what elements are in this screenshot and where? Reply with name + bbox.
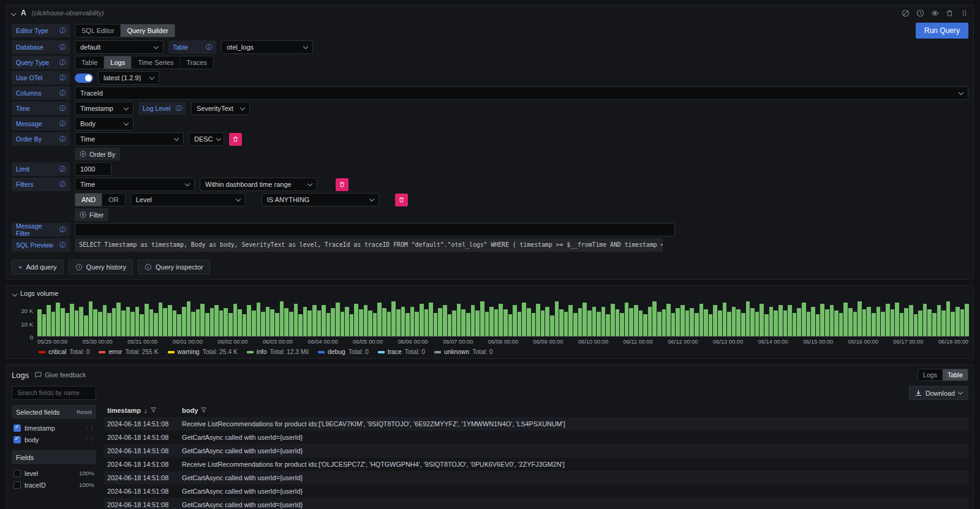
give-feedback-link[interactable]: Give feedback bbox=[35, 371, 86, 379]
volume-bar bbox=[648, 307, 652, 336]
legend-item-warning[interactable]: warningTotal: 25.4 K bbox=[168, 349, 238, 355]
legend-swatch bbox=[39, 351, 45, 353]
order-by-direction-select[interactable]: DESC bbox=[189, 132, 224, 146]
download-button[interactable]: Download bbox=[909, 386, 968, 400]
volume-bar bbox=[434, 313, 438, 336]
bool-option-or[interactable]: OR bbox=[102, 194, 125, 206]
message-filter-input[interactable] bbox=[75, 223, 675, 236]
legend-item-critical[interactable]: criticalTotal: 0 bbox=[39, 349, 89, 355]
editor-type-option-query-builder[interactable]: Query Builder bbox=[120, 25, 174, 37]
log-table-row[interactable]: 2024-06-18 14:51:08Receive ListRecommend… bbox=[104, 417, 968, 431]
filter1-field-select[interactable]: Time bbox=[75, 178, 195, 191]
log-table-row[interactable]: 2024-06-18 14:51:08Receive ListRecommend… bbox=[104, 458, 968, 471]
remove-filter2-button[interactable] bbox=[395, 194, 408, 206]
log-table-row[interactable]: 2024-06-18 14:51:08GetCartAsync called w… bbox=[104, 431, 968, 444]
logs-view-option-logs[interactable]: Logs bbox=[918, 369, 942, 380]
checkbox-checked[interactable] bbox=[13, 424, 21, 432]
volume-bar bbox=[732, 307, 736, 336]
history-icon bbox=[75, 263, 83, 271]
editor-type-option-sql-editor[interactable]: SQL Editor bbox=[75, 25, 120, 37]
volume-bar bbox=[326, 313, 331, 336]
volume-bar bbox=[807, 312, 811, 336]
filter-icon[interactable] bbox=[201, 407, 206, 413]
message-label: Messageⓘ bbox=[12, 117, 70, 130]
use-otel-toggle[interactable] bbox=[75, 74, 93, 83]
add-filter-button[interactable]: Filter bbox=[75, 208, 108, 221]
legend-item-error[interactable]: errorTotal: 255 K bbox=[99, 349, 158, 355]
volume-bar bbox=[592, 307, 597, 336]
add-order-by-button[interactable]: Order By bbox=[75, 148, 120, 160]
query-history-icon[interactable] bbox=[916, 9, 924, 17]
log-table-row[interactable]: 2024-06-18 14:51:08GetCartAsync called w… bbox=[104, 444, 968, 458]
bool-option-and[interactable]: AND bbox=[75, 194, 102, 206]
log-table-row[interactable]: 2024-06-18 14:51:08GetCartAsync called w… bbox=[104, 498, 968, 509]
columns-multiselect[interactable]: TraceId bbox=[75, 86, 968, 100]
x-axis: 05/29 00:0005/30 00:0005/31 00:0006/01 0… bbox=[12, 337, 968, 346]
log-level-column-select[interactable]: SeverityText bbox=[191, 102, 250, 115]
log-table-row[interactable]: 2024-06-18 14:51:08GetCartAsync called w… bbox=[104, 484, 968, 498]
remove-order-by-button[interactable] bbox=[229, 133, 242, 146]
query-history-button[interactable]: Query history bbox=[69, 260, 133, 274]
message-column-select[interactable]: Body bbox=[75, 117, 134, 130]
disable-query-icon[interactable] bbox=[902, 9, 910, 17]
volume-bar bbox=[522, 303, 526, 336]
delete-query-icon[interactable] bbox=[946, 9, 954, 17]
limit-input[interactable] bbox=[75, 162, 111, 176]
volume-bar bbox=[107, 313, 111, 336]
x-tick-label: 06/01 00:00 bbox=[173, 339, 203, 345]
selected-field-body[interactable]: body⋮⋮ bbox=[12, 434, 96, 445]
query-type-option-time-series[interactable]: Time Series bbox=[131, 56, 179, 69]
legend-item-trace[interactable]: traceTotal: 0 bbox=[378, 349, 425, 355]
volume-bar bbox=[793, 313, 797, 336]
add-query-button[interactable]: + Add query bbox=[12, 260, 64, 274]
log-table: Download timestamp ↓ body 2024-06-1 bbox=[104, 386, 968, 509]
collapse-query-icon[interactable] bbox=[12, 9, 15, 17]
collapse-logs-volume-icon[interactable] bbox=[13, 290, 17, 297]
available-field-level[interactable]: level100% bbox=[12, 467, 96, 479]
checkbox-checked[interactable] bbox=[13, 436, 21, 443]
time-column-select[interactable]: Timestamp bbox=[75, 102, 134, 115]
filter-icon[interactable] bbox=[151, 407, 156, 413]
run-query-button[interactable]: Run Query bbox=[916, 23, 968, 39]
reset-fields-button[interactable]: Reset bbox=[77, 409, 92, 415]
volume-bar bbox=[266, 307, 270, 336]
legend-item-unknown[interactable]: unknownTotal: 0 bbox=[434, 349, 492, 355]
filter2-operator-select[interactable]: IS ANYTHING bbox=[262, 193, 379, 206]
drag-handle-icon[interactable] bbox=[960, 9, 968, 17]
otel-version-select[interactable]: latest (1.2.9) bbox=[98, 71, 159, 85]
query-type-option-table[interactable]: Table bbox=[75, 56, 104, 69]
body-column-header[interactable]: body bbox=[182, 407, 968, 414]
volume-bar bbox=[289, 312, 293, 336]
log-body-cell: Receive ListRecommendations for product … bbox=[182, 420, 968, 428]
volume-bar bbox=[709, 314, 713, 336]
filter2-field-select[interactable]: Level bbox=[130, 193, 246, 206]
query-inspector-button[interactable]: Query inspector bbox=[138, 260, 210, 274]
legend-item-info[interactable]: infoTotal: 12.3 Mil bbox=[247, 349, 309, 355]
drag-handle-icon[interactable]: ⋮⋮ bbox=[84, 437, 94, 442]
legend-item-debug[interactable]: debugTotal: 0 bbox=[318, 349, 369, 355]
drag-handle-icon[interactable]: ⋮⋮ bbox=[84, 425, 94, 431]
selected-field-timestamp[interactable]: timestamp⋮⋮ bbox=[12, 422, 96, 434]
search-fields-input[interactable] bbox=[12, 386, 96, 400]
legend-swatch bbox=[378, 351, 385, 353]
available-field-traceID[interactable]: traceID100% bbox=[12, 479, 96, 491]
query-type-label: Query Typeⓘ bbox=[12, 56, 70, 69]
log-table-row[interactable]: 2024-06-18 14:51:08GetCartAsync called w… bbox=[104, 471, 968, 484]
checkbox-unchecked[interactable] bbox=[13, 470, 21, 477]
query-type-option-logs[interactable]: Logs bbox=[104, 56, 131, 69]
sql-preview-label: SQL Previewⓘ bbox=[12, 238, 70, 252]
checkbox-unchecked[interactable] bbox=[13, 481, 21, 489]
remove-filter1-button[interactable] bbox=[336, 178, 349, 191]
query-type-segmented: TableLogsTime SeriesTraces bbox=[75, 56, 214, 69]
table-select[interactable]: otel_logs bbox=[221, 40, 313, 54]
database-select[interactable]: default bbox=[75, 40, 164, 54]
logs-view-option-table[interactable]: Table bbox=[942, 369, 968, 380]
order-by-field-select[interactable]: Time bbox=[75, 132, 184, 146]
eye-icon[interactable] bbox=[931, 9, 939, 17]
volume-bar bbox=[303, 307, 307, 336]
sort-desc-icon[interactable]: ↓ bbox=[144, 407, 148, 414]
query-type-option-traces[interactable]: Traces bbox=[179, 56, 213, 69]
filter1-operator-select[interactable]: Within dashboard time range bbox=[200, 178, 317, 191]
selected-fields-heading: Selected fields bbox=[16, 409, 60, 416]
timestamp-column-header[interactable]: timestamp ↓ bbox=[104, 407, 182, 414]
